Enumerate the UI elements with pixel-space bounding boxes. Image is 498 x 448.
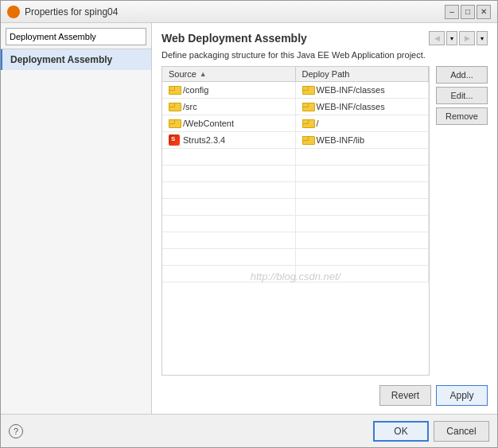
folder-icon <box>302 119 313 128</box>
forward-dropdown-button[interactable]: ▾ <box>477 31 488 45</box>
table-row <box>162 166 429 182</box>
table-row <box>162 199 429 216</box>
forward-button[interactable]: ▶ <box>459 31 475 45</box>
main-content: Deployment Assembly Web Deployment Assem… <box>1 23 497 414</box>
sidebar-item-deployment-assembly[interactable]: Deployment Assembly <box>1 49 151 70</box>
revert-button[interactable]: Revert <box>379 385 431 406</box>
table-row <box>162 182 429 199</box>
window-title: Properties for sping04 <box>25 6 118 18</box>
folder-icon <box>169 86 180 95</box>
folder-icon <box>302 103 313 111</box>
deployment-table: Source ▲ Deploy Path /con <box>161 66 430 376</box>
app-icon <box>7 6 20 18</box>
maximize-button[interactable]: □ <box>461 5 475 19</box>
sort-arrow-icon: ▲ <box>200 70 207 78</box>
folder-icon <box>169 119 180 128</box>
apply-button[interactable]: Apply <box>436 385 488 406</box>
side-buttons: Add... Edit... Remove <box>436 66 488 376</box>
add-button[interactable]: Add... <box>436 66 488 84</box>
table-row-area: Source ▲ Deploy Path /con <box>161 66 488 376</box>
source-column-header: Source ▲ <box>162 67 296 81</box>
folder-icon <box>302 86 313 95</box>
folder-icon <box>169 103 180 111</box>
close-button[interactable]: ✕ <box>477 5 491 19</box>
title-controls: – □ ✕ <box>445 5 491 19</box>
cancel-button[interactable]: Cancel <box>434 421 489 442</box>
deploy-cell: WEB-INF/classes <box>296 82 430 98</box>
deploy-cell: / <box>296 115 430 131</box>
bottom-buttons: Revert Apply <box>161 385 488 406</box>
ok-button[interactable]: OK <box>373 421 429 442</box>
right-panel: Web Deployment Assembly ◀ ▾ ▶ ▾ Define p… <box>152 23 497 414</box>
title-bar-left: Properties for sping04 <box>7 6 118 18</box>
table-row[interactable]: /WebContent / <box>162 115 429 132</box>
table-row <box>162 266 429 282</box>
table-row <box>162 216 429 232</box>
source-cell: /WebContent <box>162 115 296 131</box>
deploy-cell: WEB-INF/classes <box>296 99 430 115</box>
table-row <box>162 232 429 249</box>
footer-buttons: OK Cancel <box>373 421 489 442</box>
sidebar: Deployment Assembly <box>1 23 152 414</box>
back-dropdown-button[interactable]: ▾ <box>446 31 457 45</box>
table-row <box>162 249 429 266</box>
source-cell: Struts2.3.4 <box>162 132 296 148</box>
table-header: Source ▲ Deploy Path <box>162 67 429 82</box>
edit-button[interactable]: Edit... <box>436 87 488 104</box>
help-button[interactable]: ? <box>9 424 23 438</box>
table-row <box>162 149 429 166</box>
table-row[interactable]: Struts2.3.4 WEB-INF/lib <box>162 132 429 149</box>
source-cell: /config <box>162 82 296 98</box>
panel-header: Web Deployment Assembly ◀ ▾ ▶ ▾ <box>161 31 488 45</box>
remove-button[interactable]: Remove <box>436 107 488 125</box>
deploy-cell: WEB-INF/lib <box>296 132 430 148</box>
panel-description: Define packaging structure for this Java… <box>161 50 488 60</box>
folder-icon <box>302 136 313 145</box>
nav-arrows: ◀ ▾ ▶ ▾ <box>429 31 488 45</box>
table-row[interactable]: /config WEB-INF/classes <box>162 82 429 99</box>
deploy-path-column-header: Deploy Path <box>296 67 430 81</box>
table-body: /config WEB-INF/classes /src <box>162 82 429 372</box>
source-cell: /src <box>162 99 296 115</box>
minimize-button[interactable]: – <box>445 5 459 19</box>
struts-icon <box>169 134 180 146</box>
footer: ? OK Cancel <box>1 414 497 447</box>
panel-title: Web Deployment Assembly <box>161 32 307 45</box>
sidebar-search-area <box>1 23 151 49</box>
back-button[interactable]: ◀ <box>429 31 445 45</box>
title-bar: Properties for sping04 – □ ✕ <box>1 1 497 23</box>
search-input[interactable] <box>6 28 146 45</box>
main-window: Properties for sping04 – □ ✕ Deployment … <box>0 0 498 448</box>
table-row[interactable]: /src WEB-INF/classes <box>162 99 429 115</box>
